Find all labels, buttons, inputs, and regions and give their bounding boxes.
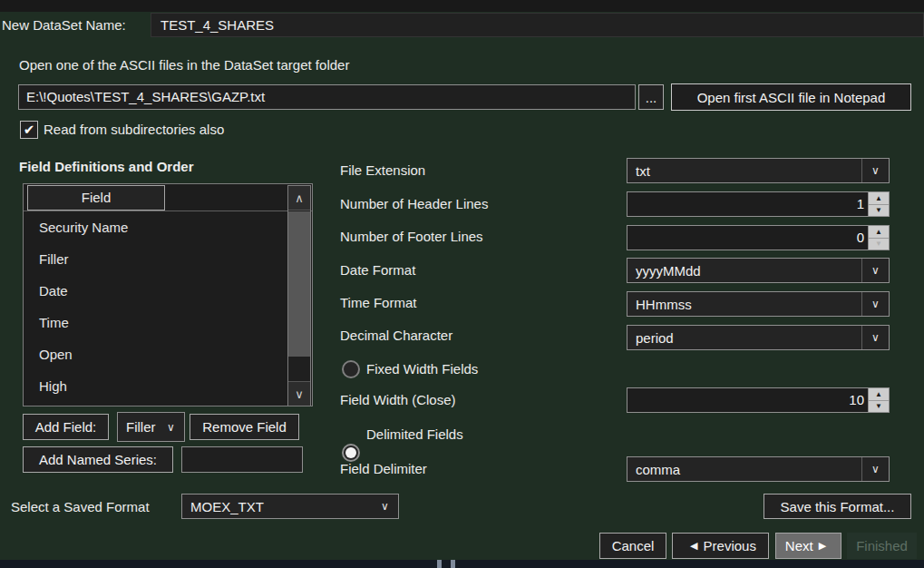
next-button[interactable]: Next ▶: [775, 533, 841, 559]
field-list-header-row: Field: [24, 184, 312, 211]
scroll-down-icon: ∨: [295, 387, 304, 401]
field-column-header[interactable]: Field: [27, 185, 165, 211]
field-width-value: 10: [627, 388, 868, 412]
scroll-down-button[interactable]: ∨: [288, 381, 310, 406]
add-field-type-select[interactable]: Filler ∨: [117, 412, 185, 442]
spin-up-button[interactable]: ▲: [869, 226, 889, 239]
chevron-down-icon: ∨: [862, 264, 889, 277]
list-item[interactable]: Time: [24, 307, 312, 338]
spin-down-button[interactable]: ▼: [869, 239, 889, 250]
spin-down-button[interactable]: ▼: [869, 401, 889, 413]
fixed-width-label: Fixed Width Fields: [366, 357, 478, 382]
field-definitions-title: Field Definitions and Order: [19, 154, 194, 180]
header-lines-value: 1: [627, 192, 868, 216]
bottom-window-edge: [0, 560, 924, 568]
subdirectories-checkbox[interactable]: ✔: [20, 121, 38, 139]
scrollbar-thumb[interactable]: [288, 211, 310, 357]
spin-up-icon: ▲: [875, 194, 882, 202]
remove-field-button[interactable]: Remove Field: [190, 414, 299, 440]
field-delimiter-label: Field Delimiter: [340, 456, 427, 482]
chevron-down-icon: ∨: [158, 421, 184, 434]
field-delimiter-value: comma: [627, 462, 861, 477]
named-series-input[interactable]: [181, 446, 303, 473]
saved-format-value: MOEX_TXT: [182, 499, 372, 514]
next-button-label: Next: [785, 538, 813, 553]
save-format-button[interactable]: Save this Format...: [764, 494, 911, 519]
footer-lines-spinner[interactable]: 0 ▲ ▼: [627, 225, 890, 250]
saved-format-select[interactable]: MOEX_TXT ∨: [181, 494, 399, 519]
delimited-fields-label: Delimited Fields: [366, 422, 463, 447]
list-item[interactable]: High: [24, 370, 312, 402]
bottom-strip-mark: [451, 560, 455, 568]
spin-down-icon: ▼: [875, 240, 882, 248]
top-window-edge: [0, 0, 924, 12]
spin-up-icon: ▲: [875, 228, 882, 236]
scroll-up-button[interactable]: ∧: [288, 186, 310, 211]
previous-button[interactable]: ◀ Previous: [672, 533, 769, 559]
previous-arrow-icon: ◀: [690, 540, 697, 552]
scroll-up-icon: ∧: [295, 191, 304, 205]
subdirectories-label: Read from subdirectories also: [44, 117, 224, 142]
ascii-path-input[interactable]: E:\!Quotes\TEST_4_SHARES\GAZP.txt: [18, 84, 636, 110]
cancel-button[interactable]: Cancel: [599, 533, 666, 559]
dataset-name-label: New DataSet Name:: [2, 13, 126, 38]
file-extension-select[interactable]: txt ∨: [627, 158, 890, 183]
spin-up-icon: ▲: [875, 390, 882, 398]
date-format-select[interactable]: yyyyMMdd ∨: [627, 258, 890, 283]
next-arrow-icon: ▶: [819, 540, 826, 552]
saved-format-label: Select a Saved Format: [11, 495, 150, 520]
chevron-down-icon: ∨: [862, 463, 889, 475]
spin-down-button[interactable]: ▼: [869, 205, 889, 217]
open-notepad-button[interactable]: Open first ASCII file in Notepad: [671, 83, 911, 111]
time-format-label: Time Format: [340, 290, 416, 316]
chevron-down-icon: ∨: [862, 164, 889, 177]
ascii-dataset-wizard-dialog: New DataSet Name: TEST_4_SHARES Open one…: [0, 0, 924, 568]
add-named-series-button[interactable]: Add Named Series:: [23, 446, 173, 473]
dataset-name-input[interactable]: TEST_4_SHARES: [151, 13, 924, 37]
file-extension-label: File Extension: [340, 158, 425, 183]
spin-up-button[interactable]: ▲: [869, 388, 889, 401]
spin-down-icon: ▼: [875, 206, 882, 214]
list-item[interactable]: Open: [24, 338, 312, 370]
ascii-instruction-label: Open one of the ASCII files in the DataS…: [19, 53, 349, 78]
field-list-scrollbar[interactable]: ∧ ∨: [287, 185, 311, 406]
header-lines-label: Number of Header Lines: [340, 191, 488, 217]
chevron-down-icon: ∨: [372, 500, 398, 513]
file-extension-value: txt: [627, 163, 861, 179]
browse-button[interactable]: ...: [638, 84, 664, 110]
spin-down-icon: ▼: [875, 402, 882, 410]
add-field-type-value: Filler: [118, 419, 158, 435]
time-format-select[interactable]: HHmmss ∨: [627, 291, 890, 317]
finished-button: Finished: [847, 533, 917, 559]
fixed-width-radio[interactable]: [342, 360, 360, 378]
list-item[interactable]: Security Name: [24, 211, 312, 243]
header-lines-spinner[interactable]: 1 ▲ ▼: [627, 191, 890, 217]
field-width-spinner[interactable]: 10 ▲ ▼: [627, 387, 890, 413]
add-field-button[interactable]: Add Field:: [23, 414, 109, 440]
decimal-character-select[interactable]: period ∨: [627, 325, 890, 350]
chevron-down-icon: ∨: [862, 331, 889, 344]
field-width-label: Field Width (Close): [340, 387, 456, 413]
date-format-value: yyyyMMdd: [627, 263, 861, 279]
date-format-label: Date Format: [340, 258, 415, 283]
footer-lines-value: 0: [627, 226, 868, 250]
checkmark-icon: ✔: [24, 122, 35, 138]
chevron-down-icon: ∨: [862, 298, 889, 310]
footer-lines-label: Number of Footer Lines: [340, 224, 483, 250]
decimal-character-label: Decimal Character: [340, 323, 452, 348]
list-item[interactable]: Filler: [24, 243, 312, 275]
decimal-character-value: period: [627, 330, 861, 346]
spin-up-button[interactable]: ▲: [869, 192, 889, 205]
field-delimiter-select[interactable]: comma ∨: [627, 456, 890, 482]
bottom-strip-mark: [437, 560, 442, 568]
previous-button-label: Previous: [704, 538, 756, 553]
time-format-value: HHmmss: [627, 297, 861, 312]
list-item[interactable]: Date: [24, 275, 312, 307]
field-list[interactable]: Field Security Name Filler Date Time Ope…: [23, 183, 313, 406]
